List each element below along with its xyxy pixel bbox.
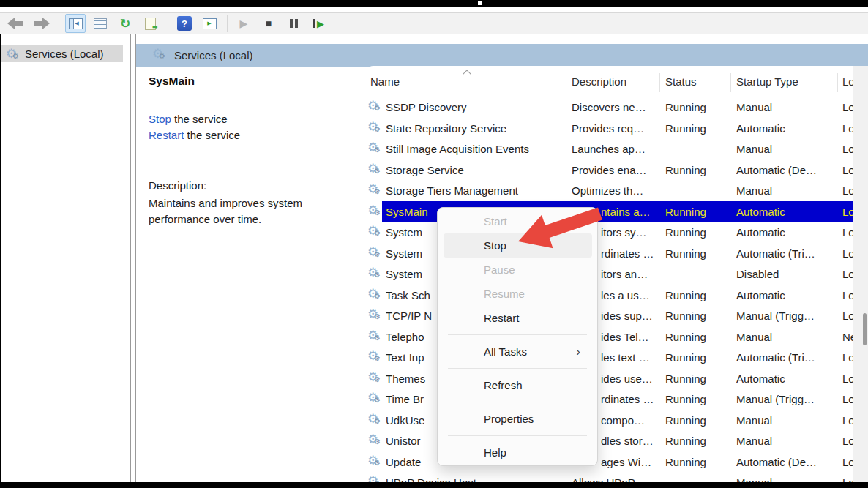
table-row[interactable]: Storage Tiers ManagementOptimizes th…Man… bbox=[364, 180, 853, 201]
service-detail-panel: SysMain Stop the service Restart the ser… bbox=[136, 34, 363, 482]
table-row[interactable]: Storage ServiceProvides ena…RunningAutom… bbox=[364, 159, 853, 181]
table-row[interactable]: State Repository ServiceProvides req…Run… bbox=[364, 118, 853, 139]
column-header-status[interactable]: Status bbox=[665, 75, 697, 88]
menu-item-label: Help bbox=[484, 446, 506, 459]
service-logon-as: Loc bbox=[842, 410, 853, 431]
service-description: Launches ap… bbox=[572, 138, 646, 159]
service-description: rdinates … bbox=[601, 388, 654, 410]
menu-item-restart[interactable]: Restart bbox=[444, 306, 592, 330]
refresh-icon: ↻ bbox=[120, 18, 130, 30]
service-logon-as: Loc bbox=[842, 118, 853, 139]
service-startup-type: Manual (Trigg… bbox=[736, 305, 815, 326]
service-description: Optimizes th… bbox=[572, 180, 643, 201]
sort-ascending-icon bbox=[464, 70, 471, 76]
show-console-tree-button[interactable] bbox=[65, 14, 86, 33]
pane-header-title: Services (Local) bbox=[174, 44, 253, 67]
pause-service-button[interactable] bbox=[283, 14, 304, 33]
service-gear-icon bbox=[367, 476, 382, 482]
menu-item-properties[interactable]: Properties bbox=[444, 407, 592, 431]
column-header-name[interactable]: Name bbox=[370, 75, 400, 88]
back-arrow-icon bbox=[7, 18, 25, 29]
tree-item-services-local[interactable]: Services (Local) bbox=[1, 45, 123, 62]
service-status: Running bbox=[665, 118, 706, 139]
window-left-edge bbox=[0, 34, 1, 488]
menu-item-label: Resume bbox=[484, 288, 525, 300]
selected-service-name: SysMain bbox=[149, 75, 195, 88]
start-service-button: ▶ bbox=[233, 14, 254, 33]
service-gear-icon bbox=[367, 225, 382, 240]
service-gear-icon bbox=[367, 288, 382, 303]
service-logon-as: Loc bbox=[842, 263, 853, 285]
column-divider[interactable] bbox=[837, 73, 838, 92]
restart-service-button[interactable]: ▶ bbox=[308, 14, 329, 33]
menu-item-all-tasks[interactable]: All Tasks› bbox=[444, 339, 592, 364]
service-logon-as: Loc bbox=[842, 305, 853, 326]
forward-arrow-icon bbox=[32, 18, 50, 29]
column-divider[interactable] bbox=[566, 73, 566, 92]
services-console-window: ↻ ? ▶ ■ ▶ Services (Local) Services (Loc… bbox=[0, 0, 868, 488]
menu-item-label: Properties bbox=[484, 413, 534, 425]
forward-button[interactable] bbox=[31, 14, 51, 33]
stop-square-icon: ■ bbox=[266, 18, 272, 29]
export-list-button[interactable] bbox=[140, 14, 160, 33]
column-header-description[interactable]: Description bbox=[572, 75, 626, 88]
service-name: Telepho bbox=[386, 326, 424, 348]
menu-item-refresh[interactable]: Refresh bbox=[444, 373, 592, 397]
vertical-scrollbar[interactable] bbox=[853, 66, 868, 482]
service-startup-type: Manual bbox=[736, 138, 772, 159]
pause-icon bbox=[290, 19, 298, 28]
help-button[interactable]: ? bbox=[174, 14, 195, 33]
stop-service-button[interactable]: ■ bbox=[258, 14, 279, 33]
service-startup-type: Automatic bbox=[736, 222, 785, 243]
table-row[interactable]: SSDP DiscoveryDiscovers ne…RunningManual… bbox=[364, 97, 853, 118]
refresh-button[interactable]: ↻ bbox=[115, 14, 135, 33]
service-status: Running bbox=[665, 305, 706, 326]
service-logon-as: Loc bbox=[842, 430, 853, 451]
service-logon-as: Ne bbox=[842, 326, 853, 348]
service-startup-type: Manual bbox=[736, 97, 772, 118]
menu-item-resume: Resume bbox=[444, 282, 592, 306]
service-startup-type: Manual bbox=[736, 410, 772, 431]
stop-service-suffix: the service bbox=[171, 113, 228, 125]
menu-item-label: Start bbox=[484, 215, 507, 228]
list-header: Name Description Status Startup Type Log bbox=[364, 66, 853, 97]
service-startup-type: Manual bbox=[736, 180, 772, 201]
table-row[interactable]: Still Image Acquisition EventsLaunches a… bbox=[364, 138, 853, 159]
menu-separator bbox=[448, 368, 587, 369]
properties-button[interactable] bbox=[90, 14, 111, 33]
service-gear-icon bbox=[367, 413, 382, 428]
service-startup-type: Automatic (Tri… bbox=[736, 243, 815, 264]
service-description: ages Wi… bbox=[601, 451, 651, 473]
service-gear-icon bbox=[367, 309, 382, 323]
restart-service-link[interactable]: Restart bbox=[149, 129, 184, 141]
column-header-startup-type[interactable]: Startup Type bbox=[736, 75, 798, 88]
scrollbar-thumb[interactable] bbox=[863, 313, 867, 345]
service-logon-as: Loc bbox=[842, 201, 853, 222]
service-gear-icon bbox=[367, 392, 382, 407]
service-description: itors an… bbox=[601, 263, 648, 285]
toolbar-separator bbox=[227, 15, 228, 32]
service-gear-icon bbox=[367, 455, 382, 470]
service-name: State Repository Service bbox=[386, 118, 506, 139]
action-pane-icon bbox=[203, 18, 217, 29]
red-arrow-annotation bbox=[506, 206, 616, 255]
table-row[interactable]: UPnP Device HostAllows UPnP …ManualLoc bbox=[364, 472, 853, 482]
service-startup-type: Automatic (Tri… bbox=[736, 347, 815, 368]
stop-service-link[interactable]: Stop bbox=[149, 113, 171, 125]
service-status: Running bbox=[665, 201, 706, 222]
service-gear-icon bbox=[367, 100, 382, 115]
service-description: les a us… bbox=[601, 285, 650, 306]
column-header-log-on-as[interactable]: Log bbox=[842, 75, 853, 88]
service-description: ides sup… bbox=[601, 305, 653, 326]
services-gear-icon bbox=[152, 48, 167, 63]
service-logon-as: Loc bbox=[842, 347, 853, 368]
service-name: System bbox=[386, 243, 422, 264]
service-description: Provides req… bbox=[572, 118, 644, 139]
show-action-pane-button[interactable] bbox=[199, 14, 220, 33]
service-gear-icon bbox=[367, 247, 382, 261]
column-divider[interactable] bbox=[659, 73, 660, 92]
service-startup-type: Automatic (De… bbox=[736, 451, 817, 473]
column-divider[interactable] bbox=[730, 73, 731, 92]
menu-item-help[interactable]: Help bbox=[444, 440, 592, 465]
back-button[interactable] bbox=[6, 14, 26, 33]
